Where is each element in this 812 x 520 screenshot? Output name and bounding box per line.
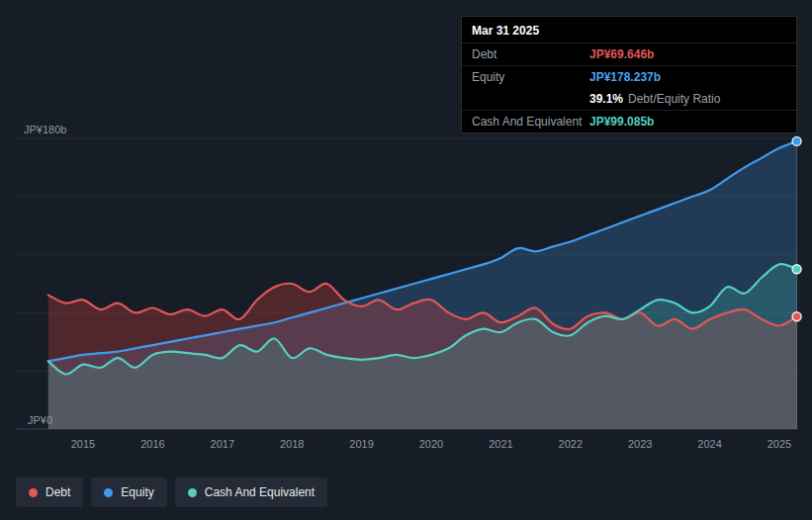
legend-item-cash[interactable]: Cash And Equivalent (175, 477, 327, 507)
tooltip-cash-label: Cash And Equivalent (472, 115, 589, 129)
tooltip-equity-value: JP¥178.237b (589, 70, 661, 84)
tooltip-equity-label: Equity (472, 70, 589, 84)
tooltip-date: Mar 31 2025 (462, 17, 796, 43)
x-tick-label: 2018 (280, 438, 304, 450)
x-tick-label: 2025 (767, 438, 791, 450)
x-tick-label: 2015 (71, 438, 95, 450)
x-tick-label: 2022 (559, 438, 583, 450)
endpoint-dot-cash-and-equivalent[interactable] (792, 265, 801, 274)
y-axis-label-bottom: JP¥0 (28, 414, 52, 426)
x-tick-label: 2023 (628, 438, 652, 450)
x-tick-label: 2020 (419, 438, 443, 450)
chart-tooltip: Mar 31 2025 Debt JP¥69.646b Equity JP¥17… (461, 16, 797, 133)
tooltip-row-ratio: 39.1% Debt/Equity Ratio (462, 88, 796, 110)
x-tick-label: 2024 (697, 438, 721, 450)
x-tick-label: 2019 (349, 438, 373, 450)
tooltip-debt-label: Debt (472, 47, 589, 61)
x-tick-label: 2021 (489, 438, 512, 450)
tooltip-cash-value: JP¥99.085b (589, 115, 654, 129)
x-tick-label: 2016 (140, 438, 164, 450)
debt-dot-icon (29, 488, 38, 497)
legend-debt-label: Debt (45, 485, 70, 499)
equity-dot-icon (104, 488, 113, 497)
endpoint-dot-equity[interactable] (792, 136, 801, 145)
debt-equity-chart-screen: 2015201620172018201920202021202220232024… (0, 0, 812, 520)
chart-legend: Debt Equity Cash And Equivalent (16, 477, 327, 507)
y-axis-label-top: JP¥180b (24, 124, 66, 135)
tooltip-debt-value: JP¥69.646b (589, 47, 654, 61)
tooltip-row-cash: Cash And Equivalent JP¥99.085b (462, 110, 796, 132)
legend-equity-label: Equity (121, 485, 153, 499)
legend-item-debt[interactable]: Debt (16, 477, 83, 507)
x-tick-label: 2017 (211, 438, 234, 450)
tooltip-ratio-value: 39.1% (589, 92, 623, 106)
legend-item-equity[interactable]: Equity (91, 477, 166, 507)
legend-cash-label: Cash And Equivalent (205, 485, 315, 499)
tooltip-row-equity: Equity JP¥178.237b (462, 65, 796, 88)
cash-dot-icon (188, 488, 197, 497)
tooltip-row-debt: Debt JP¥69.646b (462, 43, 796, 65)
endpoint-dot-debt[interactable] (792, 312, 801, 321)
tooltip-ratio-label: Debt/Equity Ratio (628, 92, 720, 106)
